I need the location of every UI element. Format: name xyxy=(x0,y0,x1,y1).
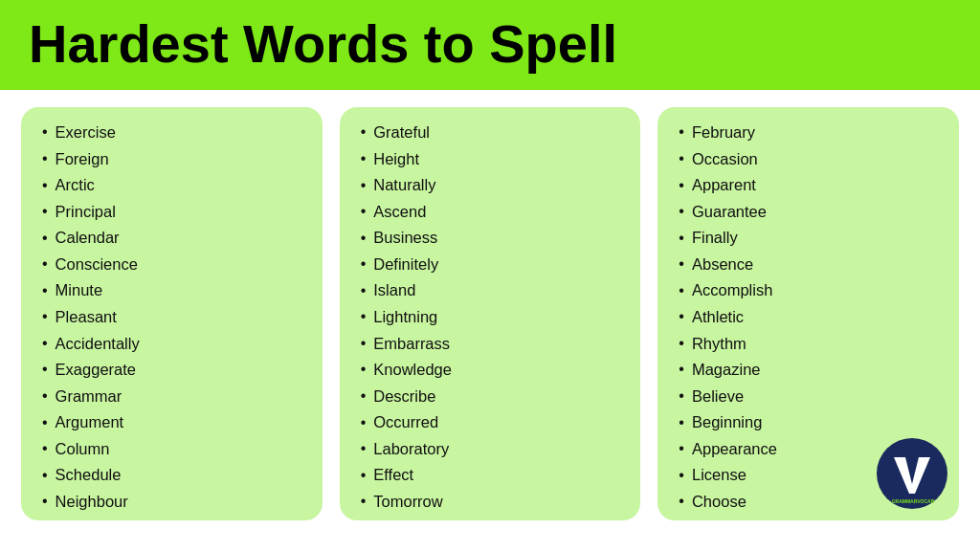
list-item: •Effect xyxy=(361,463,624,488)
word-label: February xyxy=(692,121,755,145)
word-label: License xyxy=(692,463,746,488)
bullet-icon: • xyxy=(361,200,367,224)
word-label: Island xyxy=(373,278,415,303)
word-label: Height xyxy=(373,147,419,172)
bullet-icon: • xyxy=(361,332,367,356)
word-label: Business xyxy=(373,226,437,251)
list-item: •Athletic xyxy=(679,305,942,330)
bullet-icon: • xyxy=(679,147,684,171)
word-label: Lightning xyxy=(373,305,437,330)
list-item: •Occasion xyxy=(679,147,942,172)
bullet-icon: • xyxy=(361,358,367,382)
word-label: Believe xyxy=(692,385,744,409)
bullet-icon: • xyxy=(679,464,684,488)
word-label: Column xyxy=(56,437,110,462)
list-item: •Arctic xyxy=(42,173,305,198)
bullet-icon: • xyxy=(361,227,367,251)
word-label: Argument xyxy=(56,410,124,435)
list-item: •Guarantee xyxy=(679,200,942,225)
list-item: •Height xyxy=(361,147,624,172)
word-label: Arctic xyxy=(56,173,95,198)
word-label: Exercise xyxy=(56,121,116,145)
bullet-icon: • xyxy=(42,332,48,356)
bullet-icon: • xyxy=(679,332,684,356)
list-item: •Lightning xyxy=(361,305,624,330)
bullet-icon: • xyxy=(42,385,48,408)
bullet-icon: • xyxy=(361,121,367,144)
word-label: Rhythm xyxy=(692,332,746,357)
word-label: Embarrass xyxy=(373,332,450,357)
list-item: •Calendar xyxy=(42,226,305,251)
list-item: •Naturally xyxy=(361,173,624,198)
bullet-icon: • xyxy=(679,305,684,329)
list-item: •Occurred xyxy=(361,410,624,435)
word-label: Neighbour xyxy=(56,490,128,515)
word-card-2: •Grateful•Height•Naturally•Ascend•Busine… xyxy=(340,107,641,520)
word-label: Absence xyxy=(692,253,753,277)
word-label: Ascend xyxy=(373,200,426,225)
list-item: •Finally xyxy=(679,226,942,251)
word-label: Minute xyxy=(56,278,103,303)
list-item: •Absence xyxy=(679,253,942,277)
svg-text:GRAMMARVOCAB: GRAMMARVOCAB xyxy=(892,498,935,504)
word-label: Effect xyxy=(373,463,413,488)
bullet-icon: • xyxy=(679,279,684,303)
bullet-icon: • xyxy=(42,464,48,488)
bullet-icon: • xyxy=(42,253,48,276)
bullet-icon: • xyxy=(361,385,367,408)
list-item: •Rhythm xyxy=(679,332,942,357)
word-label: Pleasant xyxy=(56,305,117,330)
bullet-icon: • xyxy=(361,147,367,171)
list-item: •Believe xyxy=(679,385,942,409)
bullet-icon: • xyxy=(42,411,48,435)
list-item: •Definitely xyxy=(361,253,624,277)
word-label: Tomorrow xyxy=(373,490,442,515)
word-card-3: •February•Occasion•Apparent•Guarantee•Fi… xyxy=(657,107,959,520)
bullet-icon: • xyxy=(679,358,684,382)
list-item: •Grammar xyxy=(42,385,305,409)
list-item: •Business xyxy=(361,226,624,251)
list-item: •Schedule xyxy=(42,463,305,488)
bullet-icon: • xyxy=(679,490,684,514)
word-label: Conscience xyxy=(56,253,138,277)
list-item: •Apparent xyxy=(679,173,942,198)
bullet-icon: • xyxy=(361,490,367,514)
list-item: •Accomplish xyxy=(679,278,942,303)
bullet-icon: • xyxy=(42,279,48,303)
word-label: Foreign xyxy=(56,147,109,172)
word-label: Calendar xyxy=(56,226,120,251)
bullet-icon: • xyxy=(42,437,48,461)
bullet-icon: • xyxy=(679,385,684,408)
word-label: Laboratory xyxy=(373,437,449,462)
bullet-icon: • xyxy=(361,464,367,488)
bullet-icon: • xyxy=(679,174,684,198)
bullet-icon: • xyxy=(361,174,367,198)
word-label: Guarantee xyxy=(692,200,767,225)
bullet-icon: • xyxy=(361,253,367,276)
list-item: •Minute xyxy=(42,278,305,303)
word-label: Finally xyxy=(692,226,738,251)
page-title: Hardest Words to Spell xyxy=(29,17,951,71)
bullet-icon: • xyxy=(361,305,367,329)
word-label: Knowledge xyxy=(373,358,452,383)
word-label: Accomplish xyxy=(692,278,772,303)
bullet-icon: • xyxy=(679,227,684,251)
list-item: •Exaggerate xyxy=(42,358,305,383)
list-item: •Embarrass xyxy=(361,332,624,357)
bullet-icon: • xyxy=(42,147,48,171)
bullet-icon: • xyxy=(42,358,48,382)
list-item: •Magazine xyxy=(679,358,942,383)
word-label: Describe xyxy=(373,385,435,409)
word-label: Magazine xyxy=(692,358,761,383)
word-label: Athletic xyxy=(692,305,744,330)
content-area: •Exercise•Foreign•Arctic•Principal•Calen… xyxy=(0,90,980,534)
list-item: •February xyxy=(679,121,942,145)
bullet-icon: • xyxy=(361,279,367,303)
word-card-1: •Exercise•Foreign•Arctic•Principal•Calen… xyxy=(21,107,323,520)
bullet-icon: • xyxy=(679,200,684,224)
word-label: Occurred xyxy=(373,410,438,435)
list-item: •Grateful xyxy=(361,121,624,145)
list-item: •Tomorrow xyxy=(361,490,624,515)
list-item: •Knowledge xyxy=(361,358,624,383)
bullet-icon: • xyxy=(361,437,367,461)
